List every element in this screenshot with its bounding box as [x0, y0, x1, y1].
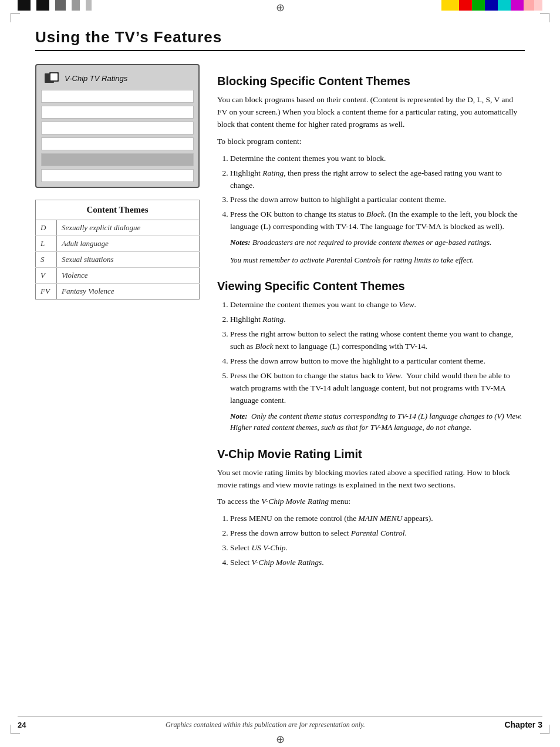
table-title: Content Themes	[36, 200, 200, 220]
list-item: Determine the content themes you want to…	[230, 153, 525, 165]
list-item: Highlight Rating, then press the right a…	[230, 167, 525, 192]
top-bar-left	[0, 0, 188, 11]
vchip-row	[41, 90, 194, 103]
table-row: D Sexually explicit dialogue	[36, 220, 200, 236]
reg-mark-top: ⊕	[276, 1, 285, 14]
list-item: Select V-Chip Movie Ratings.	[230, 557, 525, 569]
footer-page-number: 24	[18, 721, 26, 729]
vchip-movie-heading: V-Chip Movie Rating Limit	[217, 447, 525, 461]
code-cell: FV	[36, 284, 57, 300]
two-column-layout: V-Chip TV Ratings Content Themes D	[35, 64, 525, 575]
code-cell: V	[36, 268, 57, 284]
vchip-row	[41, 122, 194, 134]
left-column: V-Chip TV Ratings Content Themes D	[35, 64, 200, 575]
right-column: Blocking Specific Content Themes You can…	[217, 64, 525, 575]
table-row: V Violence	[36, 268, 200, 284]
vchip-header: V-Chip TV Ratings	[41, 70, 194, 86]
table-row: S Sexual situations	[36, 252, 200, 268]
footer-chapter: Chapter 3	[504, 720, 542, 729]
list-item: Press the down arrow button to highlight…	[230, 194, 525, 206]
top-bar-right	[188, 0, 560, 11]
blocking-intro: You can block programs based on their co…	[217, 94, 525, 131]
vchip-rows	[41, 90, 194, 182]
list-item: Press MENU on the remote control (the MA…	[230, 513, 525, 525]
list-item: Determine the content themes you want to…	[230, 299, 525, 311]
vchip-movie-section: V-Chip Movie Rating Limit You set movie …	[217, 447, 525, 569]
blocking-section: Blocking Specific Content Themes You can…	[217, 75, 525, 265]
page-title: Using the TV’s Features	[35, 28, 525, 51]
code-cell: D	[36, 220, 57, 236]
vchip-row	[41, 106, 194, 119]
note1: Notes: Broadcasters are not required to …	[230, 237, 525, 248]
desc-cell: Sexually explicit dialogue	[57, 220, 200, 236]
vchip-row	[41, 169, 194, 182]
footer-center-text: Graphics contained within this publicati…	[166, 721, 365, 729]
viewing-heading: Viewing Specific Content Themes	[217, 280, 525, 293]
reg-mark-bottom: ⊕	[276, 733, 285, 746]
vchip-movie-to-access: To access the V-Chip Movie Rating menu:	[217, 496, 525, 508]
desc-cell: Sexual situations	[57, 252, 200, 268]
code-cell: S	[36, 252, 57, 268]
viewing-note: Note: Only the content theme status corr…	[230, 410, 525, 433]
table-row: L Adult language	[36, 236, 200, 252]
viewing-steps: Determine the content themes you want to…	[230, 299, 525, 433]
vchip-movie-steps: Press MENU on the remote control (the MA…	[230, 513, 525, 569]
page-footer: 24 Graphics contained within this public…	[18, 716, 542, 729]
code-cell: L	[36, 236, 57, 252]
page-content: Using the TV’s Features V-Chip TV Rating	[18, 16, 542, 587]
list-item: Highlight Rating.	[230, 314, 525, 326]
blocking-heading: Blocking Specific Content Themes	[217, 75, 525, 88]
viewing-section: Viewing Specific Content Themes Determin…	[217, 280, 525, 433]
vchip-title: V-Chip TV Ratings	[65, 74, 127, 83]
desc-cell: Violence	[57, 268, 200, 284]
vchip-movie-intro: You set movie rating limits by blocking …	[217, 467, 525, 492]
desc-cell: Adult language	[57, 236, 200, 252]
note2: You must remember to activate Parental C…	[230, 254, 525, 266]
blocking-to-block: To block program content:	[217, 136, 525, 148]
blocking-steps: Determine the content themes you want to…	[230, 153, 525, 266]
table-header-row: Content Themes	[36, 200, 200, 220]
list-item: Press the OK button to change the status…	[230, 370, 525, 433]
list-item: Press the right arrow button to select t…	[230, 328, 525, 353]
list-item: Select US V-Chip.	[230, 542, 525, 554]
list-item: Press the down arrow button to select Pa…	[230, 527, 525, 540]
content-themes-table: Content Themes D Sexually explicit dialo…	[35, 200, 200, 300]
table-row: FV Fantasy Violence	[36, 284, 200, 300]
desc-cell: Fantasy Violence	[57, 284, 200, 300]
svg-rect-2	[50, 73, 58, 80]
list-item: Press the down arrow button to move the …	[230, 355, 525, 368]
vchip-row	[41, 137, 194, 150]
vchip-box: V-Chip TV Ratings	[35, 64, 200, 188]
vchip-row-selected	[41, 153, 194, 166]
vchip-icon	[45, 72, 61, 84]
list-item: Press the OK button to change its status…	[230, 208, 525, 265]
